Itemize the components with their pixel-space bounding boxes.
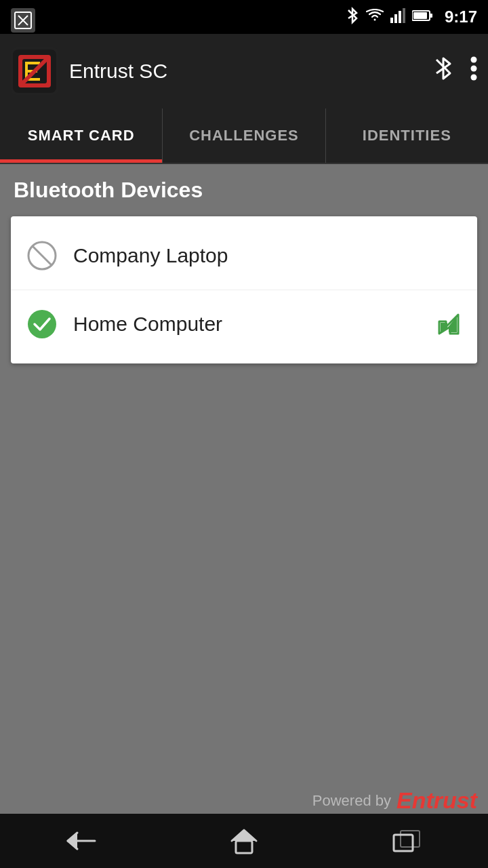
app-icon xyxy=(11,47,58,95)
branding: Powered by Entrust xyxy=(312,787,477,814)
device-name-company-laptop: Company Laptop xyxy=(73,244,461,267)
svg-rect-6 xyxy=(399,11,401,23)
device-item-home-computer[interactable]: Home Computer xyxy=(11,290,477,358)
tab-identities[interactable]: IDENTITIES xyxy=(326,108,488,163)
device-item-company-laptop[interactable]: Company Laptop xyxy=(11,222,477,290)
app-title: Entrust SC xyxy=(69,60,432,83)
svg-point-19 xyxy=(471,57,477,63)
status-bar: 9:17 xyxy=(0,0,488,34)
wifi-status-icon xyxy=(366,9,384,26)
device-disconnected-icon xyxy=(27,241,57,271)
svg-rect-28 xyxy=(394,835,413,851)
section-title: Bluetooth Devices xyxy=(11,178,477,203)
svg-point-21 xyxy=(471,75,477,81)
tab-bar: SMART CARD CHALLENGES IDENTITIES xyxy=(0,108,488,164)
svg-rect-4 xyxy=(390,18,393,23)
nav-home-button[interactable] xyxy=(217,821,271,861)
device-name-home-computer: Home Computer xyxy=(73,313,461,336)
tab-challenges[interactable]: CHALLENGES xyxy=(163,108,325,163)
content-area: Bluetooth Devices Company Laptop xyxy=(0,164,488,377)
powered-by-text: Powered by xyxy=(312,792,391,810)
svg-rect-27 xyxy=(236,841,252,853)
bluetooth-status-icon xyxy=(346,6,359,28)
bluetooth-button[interactable] xyxy=(432,54,454,88)
svg-line-23 xyxy=(33,246,52,265)
nav-back-button[interactable] xyxy=(54,821,108,861)
svg-rect-29 xyxy=(401,831,420,847)
entrust-logo: Entrust xyxy=(396,787,477,814)
app-bar-actions xyxy=(432,54,477,88)
device-card: Company Laptop Home Computer xyxy=(11,216,477,363)
svg-rect-9 xyxy=(430,14,432,18)
status-time: 9:17 xyxy=(445,7,477,26)
svg-point-24 xyxy=(28,310,56,338)
app-notification-icon xyxy=(11,8,35,35)
svg-rect-5 xyxy=(394,14,397,23)
svg-rect-7 xyxy=(403,8,405,23)
more-options-button[interactable] xyxy=(470,56,477,86)
device-connected-icon xyxy=(27,309,57,339)
tab-smart-card[interactable]: SMART CARD xyxy=(0,108,163,163)
signal-status-icon xyxy=(390,8,405,26)
svg-rect-10 xyxy=(413,12,427,19)
svg-point-20 xyxy=(471,66,477,72)
nav-recents-button[interactable] xyxy=(380,821,434,861)
device-active-arrow-icon xyxy=(436,312,461,336)
nav-bar xyxy=(0,814,488,868)
battery-status-icon xyxy=(412,9,432,25)
app-bar: Entrust SC xyxy=(0,34,488,108)
